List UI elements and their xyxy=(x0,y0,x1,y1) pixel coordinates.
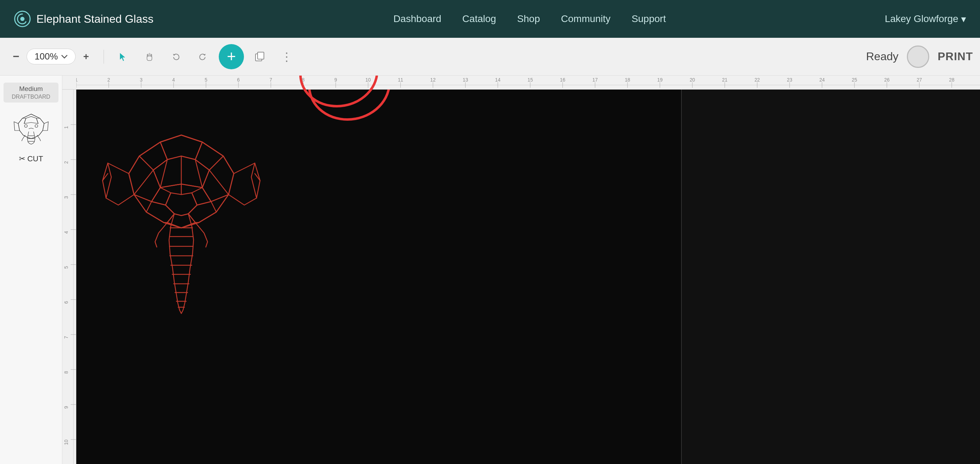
svg-text:24: 24 xyxy=(819,77,825,83)
svg-text:2: 2 xyxy=(64,161,69,164)
ruler-h-marks: 1 2 3 4 5 6 7 8 9 10 11 12 13 xyxy=(76,76,980,88)
material-line2: DRAFTBOARD xyxy=(7,94,55,101)
svg-text:6: 6 xyxy=(64,301,69,304)
zoom-display[interactable]: 100% xyxy=(27,49,76,64)
svg-text:8: 8 xyxy=(64,371,69,374)
svg-text:5: 5 xyxy=(205,77,208,83)
zoom-control: − 100% + xyxy=(7,48,95,66)
elephant-thumbnail-icon xyxy=(12,111,50,150)
pan-tool-button[interactable] xyxy=(139,46,160,67)
svg-text:16: 16 xyxy=(560,77,566,83)
material-badge[interactable]: Medium DRAFTBOARD xyxy=(3,83,59,103)
svg-text:13: 13 xyxy=(463,77,468,83)
user-menu[interactable]: Lakey Glowforge ▾ xyxy=(885,13,966,25)
svg-text:5: 5 xyxy=(64,266,69,269)
user-chevron-icon: ▾ xyxy=(961,13,966,25)
more-options-button[interactable]: ⋮ xyxy=(276,46,297,67)
zoom-in-button[interactable]: + xyxy=(77,48,95,66)
status-indicator xyxy=(907,46,929,68)
design-canvas[interactable] xyxy=(76,90,980,464)
ruler-horizontal: 1 2 3 4 5 6 7 8 9 10 11 12 13 xyxy=(62,76,980,90)
plus-icon: + xyxy=(83,51,89,62)
svg-text:19: 19 xyxy=(657,77,663,83)
main-area: Medium DRAFTBOARD xyxy=(0,76,980,464)
svg-text:25: 25 xyxy=(852,77,858,83)
svg-text:15: 15 xyxy=(527,77,533,83)
svg-text:22: 22 xyxy=(755,77,760,83)
undo-button[interactable] xyxy=(165,46,186,67)
nav-shop[interactable]: Shop xyxy=(517,13,540,24)
svg-text:7: 7 xyxy=(64,336,69,339)
svg-text:20: 20 xyxy=(689,77,695,83)
nav-community[interactable]: Community xyxy=(561,13,611,24)
svg-text:12: 12 xyxy=(430,77,436,83)
elephant-svg xyxy=(97,125,265,335)
top-navigation: Elephant Stained Glass Dashboard Catalog… xyxy=(0,0,980,38)
toolbar: − 100% + xyxy=(0,38,980,76)
nav-catalog[interactable]: Catalog xyxy=(462,13,496,24)
svg-text:23: 23 xyxy=(787,77,792,83)
app-title: Elephant Stained Glass xyxy=(37,13,153,25)
material-line1: Medium xyxy=(7,85,55,94)
svg-text:6: 6 xyxy=(237,77,240,83)
canvas-area[interactable]: 1 2 3 4 5 6 7 8 9 10 11 12 13 xyxy=(62,76,980,464)
status-label: Ready xyxy=(866,50,899,63)
svg-point-5 xyxy=(24,125,27,127)
svg-text:26: 26 xyxy=(884,77,890,83)
toolbar-right: Ready PRINT xyxy=(866,46,974,68)
svg-text:3: 3 xyxy=(140,77,142,83)
select-tool-button[interactable] xyxy=(112,46,134,67)
scissors-icon: ✂ xyxy=(19,154,25,164)
svg-text:28: 28 xyxy=(949,77,955,83)
redo-button[interactable] xyxy=(192,46,213,67)
cursor-icon xyxy=(118,52,128,62)
svg-text:7: 7 xyxy=(269,77,272,83)
svg-text:4: 4 xyxy=(64,231,69,234)
svg-text:27: 27 xyxy=(916,77,922,83)
svg-text:4: 4 xyxy=(172,77,175,83)
zoom-out-button[interactable]: − xyxy=(7,48,25,66)
ruler-vertical: 1 2 3 4 5 6 7 8 9 10 11 xyxy=(62,90,76,464)
elephant-design[interactable] xyxy=(97,125,265,335)
svg-text:11: 11 xyxy=(398,77,404,83)
user-name: Lakey Glowforge xyxy=(885,13,958,24)
ruler-v-svg: 1 2 3 4 5 6 7 8 9 10 11 xyxy=(62,90,76,464)
cut-label: ✂ CUT xyxy=(19,154,43,164)
redo-icon xyxy=(198,52,208,62)
add-icon: + xyxy=(227,49,236,64)
svg-text:2: 2 xyxy=(107,77,110,83)
svg-text:18: 18 xyxy=(625,77,630,83)
ruler-h-svg: 1 2 3 4 5 6 7 8 9 10 11 12 13 xyxy=(76,76,980,88)
logo-icon xyxy=(14,11,31,27)
nav-links: Dashboard Catalog Shop Community Support xyxy=(174,13,885,24)
separator-1 xyxy=(103,50,104,64)
add-artwork-button[interactable]: + xyxy=(219,44,244,69)
duplicate-button[interactable] xyxy=(250,46,270,67)
app-logo[interactable]: Elephant Stained Glass xyxy=(14,11,153,27)
svg-text:17: 17 xyxy=(593,77,598,83)
svg-text:1: 1 xyxy=(64,126,69,129)
nav-dashboard[interactable]: Dashboard xyxy=(393,13,441,24)
copy-icon xyxy=(254,51,266,63)
svg-text:8: 8 xyxy=(302,77,305,83)
print-button[interactable]: PRINT xyxy=(938,50,973,63)
svg-text:1: 1 xyxy=(76,77,78,83)
svg-text:9: 9 xyxy=(334,77,337,83)
svg-text:10: 10 xyxy=(64,440,69,445)
svg-text:3: 3 xyxy=(64,196,69,199)
hand-icon xyxy=(145,52,154,62)
undo-icon xyxy=(171,52,181,62)
svg-marker-4 xyxy=(18,114,44,138)
minus-icon: − xyxy=(13,50,20,63)
nav-support[interactable]: Support xyxy=(632,13,666,24)
svg-text:10: 10 xyxy=(365,77,371,83)
svg-text:14: 14 xyxy=(495,77,501,83)
left-sidebar: Medium DRAFTBOARD xyxy=(0,76,62,464)
svg-rect-3 xyxy=(258,52,264,59)
svg-text:9: 9 xyxy=(64,406,69,409)
svg-point-1 xyxy=(20,17,24,21)
zoom-value: 100% xyxy=(35,51,58,62)
zoom-chevron-icon xyxy=(61,54,68,60)
design-item-elephant[interactable]: ✂ CUT xyxy=(3,107,59,166)
design-thumbnail xyxy=(10,110,52,151)
